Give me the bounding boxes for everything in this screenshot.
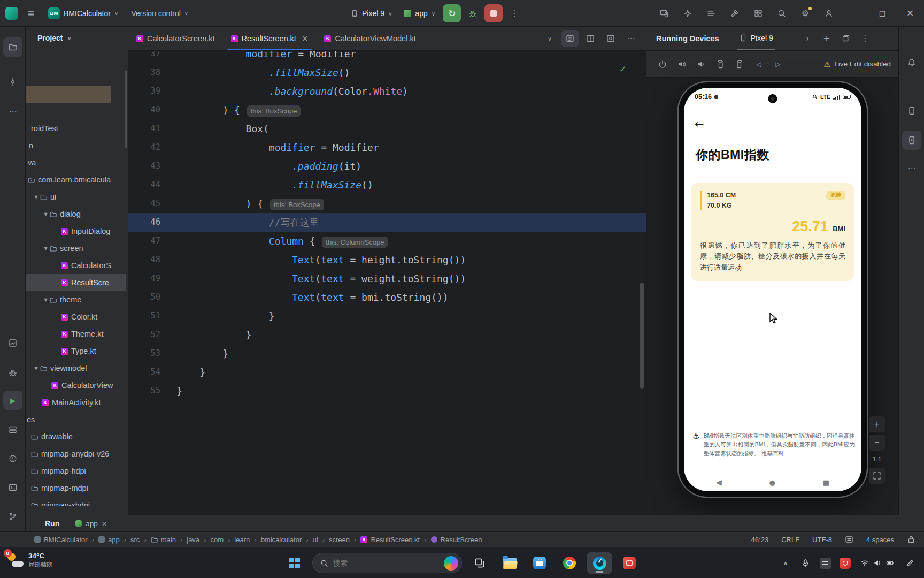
expand-chevron-icon[interactable]: ▼: [42, 212, 50, 217]
nav-back-button[interactable]: ◀: [716, 478, 722, 486]
more-icon[interactable]: ⋯: [622, 30, 640, 47]
expand-chevron-icon[interactable]: ▼: [42, 246, 50, 251]
tree-item-Type.kt[interactable]: KType.kt: [26, 343, 126, 360]
tree-item-mipmap-xhdpi[interactable]: mipmap-xhdpi: [26, 497, 126, 506]
weather-widget[interactable]: 8 34°C 局部晴朗: [6, 552, 53, 569]
more-tool-icon[interactable]: ⋯: [902, 159, 921, 178]
editor-config-icon[interactable]: [845, 535, 853, 544]
task-list-icon[interactable]: [703, 5, 720, 22]
tree-item-CalculatorView[interactable]: KCalculatorView: [26, 377, 126, 394]
plugins-icon[interactable]: [750, 5, 767, 22]
run-tool-icon[interactable]: ▶: [3, 391, 22, 410]
device-manager-tool-icon[interactable]: [902, 101, 921, 120]
build-analyzer-icon[interactable]: [726, 5, 743, 22]
tree-item-CalculatorS[interactable]: KCalculatorS: [26, 257, 126, 274]
more-tool-icon[interactable]: ⋯: [3, 102, 22, 121]
lock-icon[interactable]: [907, 535, 915, 544]
tree-item-Color.kt[interactable]: KColor.kt: [26, 308, 126, 325]
debug-button[interactable]: [464, 5, 481, 22]
code-line-45[interactable]: 45) { this: BoxScope: [128, 194, 646, 213]
mic-icon[interactable]: [797, 552, 814, 574]
tree-item-mipmap-mdpi[interactable]: mipmap-mdpi: [26, 480, 126, 497]
taskbar-search-input[interactable]: [333, 559, 439, 567]
editor-tab-CalculatorViewModel.kt[interactable]: KCalculatorViewModel.kt: [316, 27, 424, 50]
settings-icon[interactable]: ⚙: [797, 5, 814, 22]
running-devices-tool-icon[interactable]: [902, 131, 921, 150]
tree-item-theme[interactable]: ▼theme: [26, 291, 126, 308]
red-app-icon[interactable]: [617, 552, 642, 574]
tree-item-InputDialog[interactable]: KInputDialog: [26, 223, 126, 240]
volume-down-icon[interactable]: [692, 56, 710, 73]
breadcrumb-item-bmicalculator[interactable]: bmicalculator: [261, 536, 302, 544]
code-line-40[interactable]: 40) { this: BoxScope: [128, 101, 646, 119]
code-line-47[interactable]: 47Column { this: ColumnScope: [128, 232, 646, 250]
window-mode-icon[interactable]: [837, 30, 854, 47]
tree-item-mipmap-anydpi-v26[interactable]: mipmap-anydpi-v26: [26, 445, 126, 462]
code-editor[interactable]: 37modifier = Modifier38.fillMaxSize()39.…: [128, 51, 646, 515]
task-view-icon[interactable]: [467, 552, 492, 574]
editor-tab-CalculatorScreen.kt[interactable]: KCalculatorScreen.kt: [128, 27, 223, 50]
code-line-51[interactable]: 51}: [128, 307, 646, 325]
search-icon[interactable]: [773, 5, 790, 22]
tree-item-ui[interactable]: ▼ui: [26, 188, 126, 206]
taskbar-search[interactable]: [312, 553, 462, 573]
tree-item[interactable]: [26, 103, 126, 120]
expand-chevron-icon[interactable]: ▼: [32, 195, 40, 200]
breadcrumb-item-app[interactable]: app: [98, 536, 120, 544]
volume-up-icon[interactable]: [673, 56, 690, 73]
code-line-38[interactable]: 38.fillMaxSize(): [128, 63, 646, 82]
main-menu-icon[interactable]: ≡: [22, 5, 40, 22]
notifications-tool-icon[interactable]: [902, 53, 921, 72]
tab-scroll-right-icon[interactable]: ›: [799, 30, 816, 47]
code-line-50[interactable]: 50Text(text = bmi.toString()): [128, 288, 646, 307]
back-arrow-button[interactable]: ←: [695, 118, 704, 131]
tree-item-MainActivity.kt[interactable]: KMainActivity.kt: [26, 394, 126, 411]
version-control-tool-icon[interactable]: [3, 507, 22, 526]
code-line-37[interactable]: 37modifier = Modifier: [128, 51, 646, 63]
code-line-53[interactable]: 53}: [128, 344, 646, 363]
maximize-window-button[interactable]: □: [868, 0, 896, 27]
zoom-out-button[interactable]: −: [869, 435, 885, 451]
code-line-39[interactable]: 39.background(Color.White): [128, 82, 646, 101]
nav-recents-button[interactable]: ■: [823, 479, 829, 486]
rotate-right-icon[interactable]: [731, 56, 748, 73]
more-v-icon[interactable]: ⋮: [857, 30, 874, 47]
tree-item-screen[interactable]: ▼screen: [26, 240, 126, 257]
inspections-ok-icon[interactable]: ✓: [619, 65, 627, 74]
terminal-tool-icon[interactable]: [3, 478, 22, 497]
breadcrumb-item-ResultScreen.kt[interactable]: KResultScreen.kt: [360, 536, 420, 544]
run-config-selector[interactable]: app ∨: [399, 4, 440, 22]
breadcrumb-item-learn[interactable]: learn: [234, 536, 250, 544]
close-run-tab-icon[interactable]: ×: [102, 520, 107, 527]
device-tab-pixel9[interactable]: Pixel 9: [737, 27, 775, 50]
code-line-49[interactable]: 49Text(text = weight.toString()): [128, 269, 646, 288]
system-tray-group[interactable]: [856, 552, 899, 574]
code-line-44[interactable]: 44.fillMaxSize(): [128, 176, 646, 194]
zoom-to-fit-button[interactable]: [869, 468, 885, 484]
rotate-left-icon[interactable]: [712, 56, 729, 73]
device-mirroring-icon[interactable]: [656, 5, 673, 22]
tree-item-viewmodel[interactable]: ▼viewmodel: [26, 360, 126, 377]
chrome-icon[interactable]: [557, 552, 582, 574]
tree-item-mipmap-hdpi[interactable]: mipmap-hdpi: [26, 462, 126, 480]
code-line-48[interactable]: 48Text(text = height.toString()): [128, 250, 646, 269]
stop-button[interactable]: [484, 4, 503, 22]
breadcrumb-item-main[interactable]: main: [151, 536, 176, 544]
store-icon[interactable]: [527, 552, 552, 574]
expand-chevron-icon[interactable]: ▼: [32, 366, 40, 371]
tree-item-ResultScre[interactable]: KResultScre: [26, 274, 126, 291]
breadcrumb-item-screen[interactable]: screen: [329, 536, 350, 544]
code-line-41[interactable]: 41Box(: [128, 119, 646, 138]
tree-item-es[interactable]: es: [26, 411, 126, 428]
tree-item-n[interactable]: n: [26, 137, 126, 154]
explorer-icon[interactable]: [497, 552, 522, 574]
indent-setting[interactable]: 4 spaces: [866, 536, 894, 544]
pen-icon[interactable]: [902, 552, 919, 574]
device-selector[interactable]: Pixel 9 ∨: [346, 4, 396, 22]
ai-chat-icon[interactable]: [679, 5, 696, 22]
code-line-52[interactable]: 52}: [128, 325, 646, 344]
hidden-tabs-icon[interactable]: ∨: [541, 30, 558, 47]
tree-item-drawable[interactable]: drawable: [26, 428, 126, 445]
project-tool-icon[interactable]: [3, 37, 22, 57]
zoom-in-button[interactable]: +: [869, 416, 885, 432]
